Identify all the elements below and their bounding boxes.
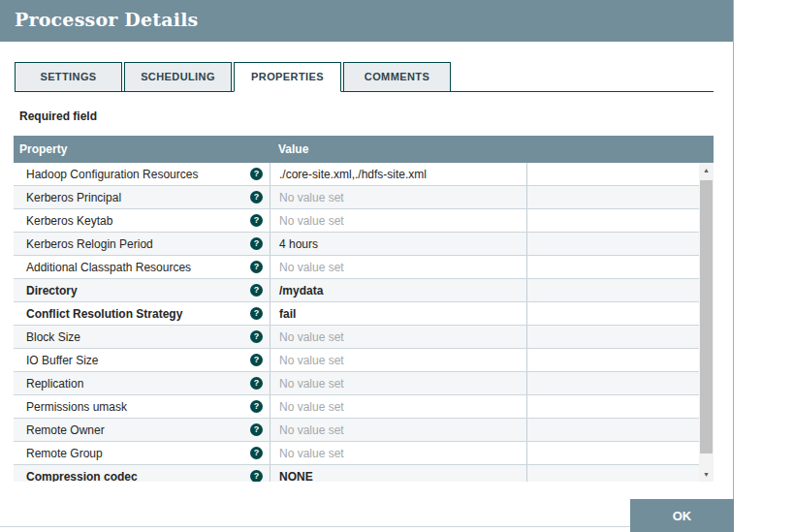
- property-name: Kerberos Principal: [26, 191, 121, 204]
- help-icon[interactable]: ?: [250, 168, 263, 180]
- property-name-cell: Additional Classpath Resources?: [14, 256, 270, 278]
- help-icon[interactable]: ?: [250, 237, 263, 250]
- property-name: Remote Group: [26, 447, 103, 460]
- property-name-cell: Remote Group?: [14, 442, 270, 464]
- tab-properties[interactable]: PROPERTIES: [234, 62, 341, 92]
- row-spacer-cell: [526, 279, 699, 301]
- row-spacer-cell: [526, 372, 699, 394]
- row-spacer-cell: [526, 302, 699, 325]
- required-field-legend: Required field: [19, 110, 97, 123]
- property-value-cell[interactable]: ./core-site.xml,./hdfs-site.xml: [270, 163, 526, 185]
- property-row[interactable]: Directory?/mydata: [14, 279, 699, 302]
- property-row[interactable]: Block Size?No value set: [14, 326, 699, 349]
- property-value-cell[interactable]: No value set: [270, 442, 526, 464]
- scroll-down-icon[interactable]: ▼: [699, 467, 714, 482]
- scrollbar-thumb[interactable]: [700, 180, 713, 454]
- property-name-cell: Kerberos Relogin Period?: [14, 233, 270, 255]
- property-name-cell: Kerberos Keytab?: [14, 209, 270, 232]
- column-header-value: Value: [270, 142, 714, 156]
- table-scrollbar[interactable]: ▲ ▼: [699, 163, 714, 482]
- property-value-cell[interactable]: No value set: [270, 395, 526, 418]
- property-name: Directory: [26, 284, 78, 297]
- property-row[interactable]: Permissions umask?No value set: [14, 395, 699, 419]
- help-icon[interactable]: ?: [250, 284, 263, 297]
- property-value-cell[interactable]: No value set: [270, 419, 526, 441]
- properties-table-header: Property Value: [14, 136, 714, 163]
- property-name-cell: Directory?: [14, 279, 270, 301]
- property-row[interactable]: Conflict Resolution Strategy?fail: [14, 302, 699, 326]
- property-row[interactable]: Kerberos Keytab?No value set: [14, 209, 699, 233]
- tab-settings[interactable]: SETTINGS: [15, 62, 122, 92]
- property-name: Additional Classpath Resources: [26, 261, 191, 274]
- help-icon[interactable]: ?: [250, 307, 263, 320]
- property-name: Kerberos Relogin Period: [26, 237, 153, 251]
- processor-details-dialog: Processor Details SETTINGS SCHEDULING PR…: [0, 0, 734, 532]
- property-value-cell[interactable]: fail: [270, 302, 526, 325]
- help-icon[interactable]: ?: [250, 470, 263, 482]
- property-name: Hadoop Configuration Resources: [26, 168, 198, 181]
- row-spacer-cell: [526, 349, 699, 371]
- property-value-cell[interactable]: No value set: [270, 349, 526, 371]
- property-value-cell[interactable]: No value set: [270, 256, 526, 278]
- property-value-cell[interactable]: No value set: [270, 209, 526, 232]
- property-name-cell: Kerberos Principal?: [14, 186, 270, 208]
- help-icon[interactable]: ?: [250, 400, 263, 413]
- property-name-cell: Remote Owner?: [14, 419, 270, 441]
- property-row[interactable]: IO Buffer Size?No value set: [14, 349, 699, 372]
- column-header-property: Property: [14, 142, 270, 156]
- property-value-cell[interactable]: No value set: [270, 372, 526, 394]
- property-name: Kerberos Keytab: [26, 214, 112, 228]
- help-icon[interactable]: ?: [250, 214, 263, 227]
- property-name: Replication: [26, 377, 83, 391]
- help-icon[interactable]: ?: [250, 447, 263, 459]
- property-value-cell[interactable]: NONE: [270, 465, 526, 482]
- property-name: Remote Owner: [26, 423, 105, 437]
- row-spacer-cell: [526, 163, 699, 185]
- dialog-header: Processor Details: [0, 0, 734, 42]
- property-name: Compression codec: [26, 470, 138, 483]
- help-icon[interactable]: ?: [250, 423, 263, 436]
- property-name-cell: Block Size?: [14, 326, 270, 348]
- row-spacer-cell: [526, 209, 699, 232]
- properties-table: Property Value Hadoop Configuration Reso…: [14, 136, 714, 482]
- property-row[interactable]: Remote Owner?No value set: [14, 419, 699, 442]
- property-row[interactable]: Kerberos Principal?No value set: [14, 186, 699, 209]
- row-spacer-cell: [526, 419, 699, 441]
- row-spacer-cell: [526, 395, 699, 418]
- properties-table-body: Hadoop Configuration Resources?./core-si…: [14, 163, 699, 482]
- row-spacer-cell: [526, 465, 699, 482]
- property-row[interactable]: Additional Classpath Resources?No value …: [14, 256, 699, 279]
- property-row[interactable]: Kerberos Relogin Period?4 hours: [14, 233, 699, 256]
- property-name-cell: IO Buffer Size?: [14, 349, 270, 371]
- property-name-cell: Permissions umask?: [14, 395, 270, 418]
- property-value-cell[interactable]: No value set: [270, 186, 526, 208]
- scroll-up-icon[interactable]: ▲: [699, 163, 714, 177]
- help-icon[interactable]: ?: [250, 330, 263, 343]
- row-spacer-cell: [526, 442, 699, 464]
- property-row[interactable]: Compression codec?NONE: [14, 465, 699, 482]
- property-name-cell: Hadoop Configuration Resources?: [14, 163, 270, 185]
- property-name: IO Buffer Size: [26, 354, 98, 367]
- property-name: Block Size: [26, 330, 80, 344]
- help-icon[interactable]: ?: [250, 377, 263, 390]
- property-row[interactable]: Remote Group?No value set: [14, 442, 699, 465]
- row-spacer-cell: [526, 256, 699, 278]
- property-name-cell: Conflict Resolution Strategy?: [14, 302, 270, 325]
- property-value-cell[interactable]: /mydata: [270, 279, 526, 301]
- property-name-cell: Replication?: [14, 372, 270, 394]
- help-icon[interactable]: ?: [250, 261, 263, 273]
- dialog-bottom-edge: [0, 526, 734, 527]
- help-icon[interactable]: ?: [250, 354, 263, 366]
- ok-button[interactable]: OK: [630, 499, 734, 532]
- dialog-title: Processor Details: [15, 9, 199, 30]
- property-name-cell: Compression codec?: [14, 465, 270, 482]
- property-row[interactable]: Hadoop Configuration Resources?./core-si…: [14, 163, 699, 186]
- row-spacer-cell: [526, 233, 699, 255]
- tab-comments[interactable]: COMMENTS: [343, 62, 451, 92]
- tab-scheduling[interactable]: SCHEDULING: [124, 62, 232, 92]
- property-name: Conflict Resolution Strategy: [26, 307, 182, 321]
- help-icon[interactable]: ?: [250, 191, 263, 203]
- property-row[interactable]: Replication?No value set: [14, 372, 699, 395]
- property-value-cell[interactable]: 4 hours: [270, 233, 526, 255]
- property-value-cell[interactable]: No value set: [270, 326, 526, 348]
